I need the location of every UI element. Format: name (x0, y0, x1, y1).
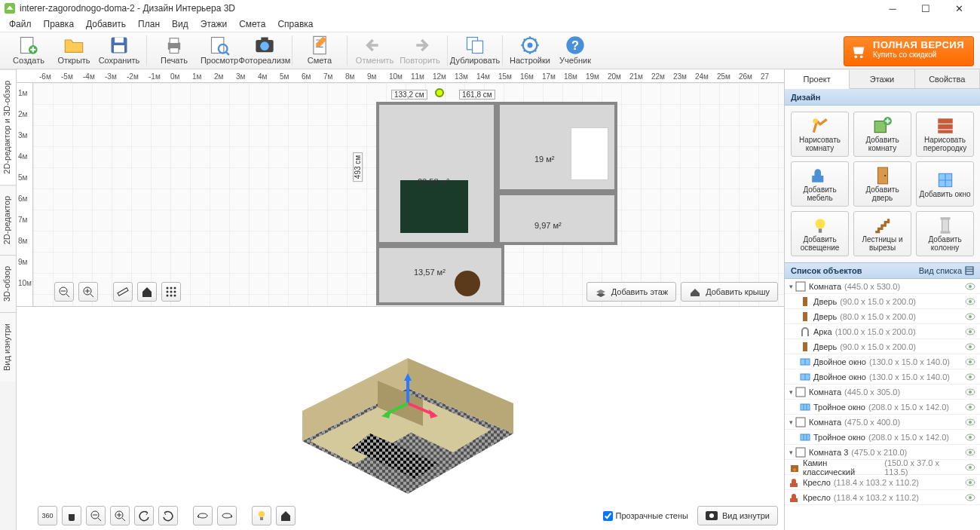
menu-plan[interactable]: План (132, 17, 166, 31)
inside-view-button[interactable]: Вид изнутри (697, 506, 778, 525)
menu-estimate[interactable]: Смета (233, 17, 271, 31)
toolbar-create-button[interactable]: Создать (6, 34, 51, 67)
left-tab-3d-view[interactable]: 3D-обзор (0, 255, 16, 312)
visibility-toggle[interactable] (965, 433, 975, 441)
zoom-in-button[interactable] (78, 282, 98, 302)
tab-properties[interactable]: Свойства (915, 69, 980, 88)
3d-rotate-left-button[interactable] (134, 506, 154, 525)
home-button[interactable] (137, 282, 157, 302)
toolbar-duplicate-button[interactable]: Дублировать (452, 34, 498, 67)
object-item[interactable]: Кресло(118.4 x 103.2 x 110.2) (785, 490, 980, 505)
3d-view[interactable]: 360 Прозрачные стены Вид изнутри (17, 307, 784, 530)
design-add_light-button[interactable]: Добавить освещение (791, 211, 849, 256)
visibility-toggle[interactable] (965, 328, 975, 335)
left-tab-inside-view[interactable]: Вид изнутри (0, 312, 16, 381)
add-roof-button[interactable]: Добавить крышу (681, 282, 778, 302)
3d-zoom-in-button[interactable] (110, 506, 130, 525)
menu-add[interactable]: Добавить (80, 17, 132, 31)
object-item[interactable]: Камин классический(150.0 x 37.0 x 113.5) (785, 460, 980, 475)
object-item[interactable]: Двойное окно(130.0 x 15.0 x 140.0) (785, 369, 980, 384)
2d-canvas[interactable]: 23,58 м² 19 м² 9,97 м² 13,57 м² 13 (33, 83, 784, 306)
visibility-toggle[interactable] (965, 494, 975, 501)
visibility-toggle[interactable] (965, 358, 975, 366)
visibility-toggle[interactable] (965, 388, 975, 396)
visibility-toggle[interactable] (965, 449, 975, 456)
3d-orbit-left-button[interactable] (193, 506, 213, 525)
objects-view-toggle[interactable]: Вид списка (919, 266, 974, 275)
selection-marker[interactable] (435, 88, 444, 97)
chair-icon (789, 477, 800, 488)
object-item[interactable]: Комната(445.0 x 530.0) (785, 279, 980, 294)
menu-floors[interactable]: Этажи (194, 17, 233, 31)
3d-lighting-button[interactable] (252, 506, 271, 525)
left-tab-2d-editor[interactable]: 2D-редактор (0, 185, 16, 255)
window-close-button[interactable]: ✕ (942, 0, 975, 17)
zoom-out-button[interactable] (54, 282, 74, 302)
visibility-toggle[interactable] (965, 418, 975, 426)
design-add_column-button[interactable]: Добавить колонну (916, 211, 974, 256)
object-item[interactable]: Тройное окно(208.0 x 15.0 x 142.0) (785, 430, 980, 445)
visibility-toggle[interactable] (965, 403, 975, 411)
toolbar-save-button[interactable]: Сохранить (96, 34, 142, 67)
3d-zoom-out-button[interactable] (86, 506, 106, 525)
object-item[interactable]: Комната(475.0 x 400.0) (785, 415, 980, 430)
object-item[interactable]: Дверь(90.0 x 15.0 x 200.0) (785, 339, 980, 354)
visibility-toggle[interactable] (965, 313, 975, 320)
window-maximize-button[interactable]: ☐ (909, 0, 942, 17)
tab-floors[interactable]: Этажи (850, 69, 914, 88)
visibility-toggle[interactable] (965, 464, 975, 471)
measure-button[interactable] (113, 282, 133, 302)
design-draw_partition-button[interactable]: Нарисовать перегородку (916, 112, 974, 157)
grid-snap-button[interactable] (161, 282, 181, 302)
visibility-toggle[interactable] (965, 343, 975, 351)
toolbar-print-button[interactable]: Печать (152, 34, 197, 67)
toolbar-open-button[interactable]: Открыть (51, 34, 96, 67)
design-add_room-button[interactable]: Добавить комнату (853, 112, 911, 157)
visibility-toggle[interactable] (965, 283, 975, 290)
object-item[interactable]: Кресло(118.4 x 103.2 x 110.2) (785, 475, 980, 490)
object-item[interactable]: Арка(100.0 x 15.0 x 200.0) (785, 324, 980, 339)
toolbar-estimate-button[interactable]: Смета (297, 34, 342, 67)
3d-rotate-right-button[interactable] (158, 506, 178, 525)
object-item[interactable]: Тройное окно(208.0 x 15.0 x 142.0) (785, 400, 980, 415)
design-stairs-button[interactable]: Лестницы и вырезы (853, 211, 911, 256)
room-icon (795, 387, 806, 397)
menu-view[interactable]: Вид (166, 17, 194, 31)
object-item[interactable]: Комната(445.0 x 305.0) (785, 384, 980, 400)
object-item[interactable]: Двойное окно(130.0 x 15.0 x 140.0) (785, 354, 980, 369)
design-add_window-button[interactable]: Добавить окно (916, 161, 974, 207)
objects-list[interactable]: Комната(445.0 x 530.0)Дверь(90.0 x 15.0 … (785, 279, 980, 530)
buy-full-version-button[interactable]: ПОЛНАЯ ВЕРСИЯ Купить со скидкой (844, 36, 974, 66)
toolbar-preview-button[interactable]: Просмотр (197, 34, 242, 67)
visibility-toggle[interactable] (965, 298, 975, 305)
design-add_furniture-button[interactable]: Добавить мебель (791, 161, 849, 207)
left-tab-2d-3d[interactable]: 2D-редактор и 3D-обзор (0, 69, 16, 185)
room-3[interactable] (497, 192, 617, 245)
design-draw_room-button[interactable]: Нарисовать комнату (791, 112, 849, 157)
3d-home-button[interactable] (276, 506, 296, 525)
toolbar-redo-button[interactable]: Повторить (397, 34, 443, 67)
toolbar-undo-button[interactable]: Отменить (352, 34, 397, 67)
2d-view[interactable]: 1м2м3м4м5м6м7м8м9м10м 23,58 м² 19 м² 9,9 (17, 83, 784, 307)
transparent-walls-checkbox[interactable]: Прозрачные стены (603, 511, 688, 521)
visibility-toggle[interactable] (965, 373, 975, 381)
toolbar-tutorial-button[interactable]: ?Учебник (553, 34, 598, 67)
design-add_door-button[interactable]: Добавить дверь (853, 161, 911, 207)
menu-file[interactable]: Файл (3, 17, 38, 31)
menu-help[interactable]: Справка (271, 17, 319, 31)
object-item[interactable]: Дверь(80.0 x 15.0 x 200.0) (785, 309, 980, 324)
3d-orbit-right-button[interactable] (217, 506, 237, 525)
room-1[interactable] (376, 102, 497, 245)
3d-360-button[interactable]: 360 (38, 506, 57, 525)
room-2[interactable] (497, 102, 617, 192)
toolbar-photoreal-button[interactable]: Фотореализм (242, 34, 287, 67)
3d-pan-button[interactable] (62, 506, 81, 525)
3d-canvas[interactable] (17, 307, 784, 530)
object-item[interactable]: Дверь(90.0 x 15.0 x 200.0) (785, 294, 980, 309)
menu-edit[interactable]: Правка (38, 17, 81, 31)
visibility-toggle[interactable] (965, 479, 975, 486)
tab-project[interactable]: Проект (785, 70, 850, 89)
add-floor-button[interactable]: Добавить этаж (586, 282, 676, 302)
toolbar-settings-button[interactable]: Настройки (507, 34, 553, 67)
window-minimize-button[interactable]: ─ (876, 0, 909, 17)
